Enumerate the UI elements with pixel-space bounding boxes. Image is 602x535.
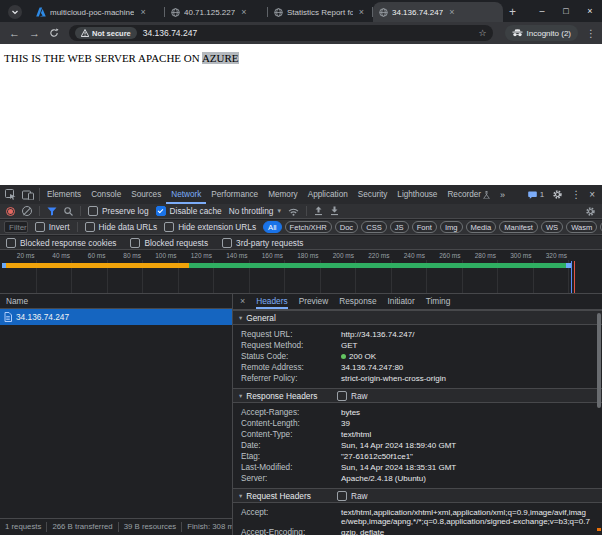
bookmark-star-icon[interactable]: ☆ bbox=[478, 28, 486, 38]
filter-funnel-icon[interactable] bbox=[47, 207, 57, 216]
browser-toolbar: ← → Not secure 34.136.74.247 ☆ Incognito… bbox=[0, 22, 602, 44]
tab-search-button[interactable] bbox=[8, 5, 22, 19]
filter-pill-doc[interactable]: Doc bbox=[335, 221, 359, 233]
3rd-party-requests-checkbox[interactable]: 3rd-party requests bbox=[222, 238, 303, 248]
browser-tab[interactable]: 34.136.74.247× bbox=[373, 2, 503, 22]
devtools-tab-lighthouse[interactable]: Lighthouse bbox=[392, 185, 442, 204]
header-key: Accept: bbox=[241, 508, 341, 526]
throttling-dropdown[interactable]: No throttling ▾ bbox=[229, 206, 281, 216]
name-column-header[interactable]: Name bbox=[0, 293, 232, 309]
filter-input[interactable]: Filter bbox=[4, 221, 28, 233]
details-tab-timing[interactable]: Timing bbox=[426, 293, 451, 309]
network-toolbar: Preserve log Disable cache No throttling… bbox=[0, 204, 602, 219]
tab-close-icon[interactable]: × bbox=[239, 7, 248, 18]
devtools-tab-network[interactable]: Network bbox=[166, 185, 206, 204]
tab-close-icon[interactable]: × bbox=[357, 7, 366, 18]
tab-close-icon[interactable]: × bbox=[447, 7, 456, 18]
reload-icon bbox=[49, 28, 59, 38]
browser-tab[interactable]: 40.71.125.227× bbox=[165, 2, 267, 22]
details-tab-preview[interactable]: Preview bbox=[299, 293, 329, 309]
section-header-request-headers[interactable]: ▾Request HeadersRaw bbox=[233, 488, 602, 503]
close-details-button[interactable]: × bbox=[240, 296, 245, 306]
devtools-menu-button[interactable]: ⋮ bbox=[571, 189, 581, 200]
inspect-element-icon[interactable] bbox=[5, 189, 16, 200]
details-tab-response[interactable]: Response bbox=[339, 293, 376, 309]
filter-pill-js[interactable]: JS bbox=[390, 221, 409, 233]
tab-close-icon[interactable]: × bbox=[138, 7, 147, 18]
header-value: text/html,application/xhtml+xml,applicat… bbox=[341, 508, 592, 526]
minimize-button[interactable]: – bbox=[530, 0, 554, 22]
close-window-button[interactable]: × bbox=[578, 0, 602, 22]
address-bar[interactable]: Not secure 34.136.74.247 ☆ bbox=[69, 25, 493, 41]
forward-button[interactable]: → bbox=[29, 28, 40, 39]
hide-data-urls-label: Hide data URLs bbox=[99, 222, 158, 232]
load-event-line bbox=[574, 261, 575, 293]
devtools-tab-sources[interactable]: Sources bbox=[126, 185, 166, 204]
back-button[interactable]: ← bbox=[9, 28, 20, 39]
more-tabs-button[interactable]: » bbox=[495, 190, 510, 200]
header-row: Content-Length:39 bbox=[233, 418, 602, 429]
details-tab-initiator[interactable]: Initiator bbox=[388, 293, 415, 309]
settings-gear-icon[interactable] bbox=[552, 189, 563, 200]
disable-cache-checkbox[interactable]: Disable cache bbox=[156, 206, 222, 216]
invert-checkbox[interactable]: Invert bbox=[35, 222, 70, 232]
issues-badge[interactable]: 1 bbox=[528, 190, 544, 199]
devtools-tab-application[interactable]: Application bbox=[303, 185, 353, 204]
reload-button[interactable] bbox=[49, 28, 59, 38]
request-row[interactable]: 34.136.74.247 bbox=[0, 309, 232, 325]
checkbox-unchecked bbox=[337, 391, 347, 401]
details-tab-headers[interactable]: Headers bbox=[256, 293, 287, 309]
export-har-icon[interactable] bbox=[330, 206, 339, 216]
device-toolbar-icon[interactable] bbox=[22, 190, 34, 200]
blocked-requests-checkbox[interactable]: Blocked requests bbox=[130, 238, 208, 248]
filter-pill-img[interactable]: Img bbox=[440, 221, 463, 233]
preserve-log-checkbox[interactable]: Preserve log bbox=[88, 206, 149, 216]
devtools-tab-recorder[interactable]: Recorder bbox=[442, 185, 495, 204]
devtools-close-button[interactable]: × bbox=[589, 189, 595, 200]
new-tab-button[interactable]: + bbox=[509, 5, 516, 19]
timeline-tick-label: 220 ms bbox=[360, 252, 390, 259]
search-icon[interactable] bbox=[64, 207, 73, 216]
checkbox-checked bbox=[156, 206, 166, 216]
browser-menu-button[interactable]: ⋮ bbox=[586, 28, 596, 39]
timeline-tick-label: 180 ms bbox=[289, 252, 319, 259]
filter-pill-all[interactable]: All bbox=[263, 221, 281, 233]
section-header-response-headers[interactable]: ▾Response HeadersRaw bbox=[233, 388, 602, 403]
devtools-tab-label: Elements bbox=[47, 190, 81, 199]
section-title: Request Headers bbox=[246, 491, 311, 501]
raw-checkbox[interactable]: Raw bbox=[337, 491, 368, 501]
devtools-tab-security[interactable]: Security bbox=[353, 185, 393, 204]
clear-network-log-button[interactable] bbox=[22, 206, 32, 216]
filter-pill-wasm[interactable]: Wasm bbox=[566, 221, 597, 233]
hide-data-urls-checkbox[interactable]: Hide data URLs bbox=[85, 222, 158, 232]
filter-pill-css[interactable]: CSS bbox=[361, 221, 387, 233]
devtools-tab-performance[interactable]: Performance bbox=[206, 185, 263, 204]
browser-tab[interactable]: multicloud-poc-machine× bbox=[30, 2, 164, 22]
blocked-response-cookies-checkbox[interactable]: Blocked response cookies bbox=[6, 238, 116, 248]
browser-tab[interactable]: Statistics Report for HAP× bbox=[268, 2, 372, 22]
devtools-tab-console[interactable]: Console bbox=[86, 185, 126, 204]
details-scrollbar[interactable] bbox=[597, 313, 601, 408]
filter-pill-font[interactable]: Font bbox=[412, 221, 437, 233]
record-network-log-button[interactable] bbox=[6, 207, 15, 216]
hide-extension-urls-checkbox[interactable]: Hide extension URLs bbox=[164, 222, 256, 232]
timeline-tick-label: 280 ms bbox=[466, 252, 496, 259]
network-overview-timeline[interactable]: 20 ms40 ms60 ms80 ms100 ms120 ms140 ms16… bbox=[0, 251, 602, 294]
devtools-tab-elements[interactable]: Elements bbox=[42, 185, 86, 204]
timeline-tick-label: 260 ms bbox=[431, 252, 461, 259]
network-conditions-icon[interactable] bbox=[288, 207, 299, 216]
filter-pill-media[interactable]: Media bbox=[466, 221, 497, 233]
import-har-icon[interactable] bbox=[314, 206, 323, 216]
filter-pill-fetchxhr[interactable]: Fetch/XHR bbox=[285, 221, 332, 233]
maximize-button[interactable]: □ bbox=[554, 0, 578, 22]
not-secure-chip[interactable]: Not secure bbox=[75, 27, 137, 39]
filter-pill-ws[interactable]: WS bbox=[541, 221, 563, 233]
section-header-general[interactable]: ▾General bbox=[233, 310, 602, 325]
raw-label: Raw bbox=[351, 491, 368, 501]
timeline-tick-label: 80 ms bbox=[111, 252, 141, 259]
devtools-tab-memory[interactable]: Memory bbox=[263, 185, 303, 204]
filter-pill-manifest[interactable]: Manifest bbox=[499, 221, 538, 233]
raw-checkbox[interactable]: Raw bbox=[337, 391, 368, 401]
devtools-tab-label: Security bbox=[358, 190, 388, 199]
network-settings-gear-icon[interactable] bbox=[585, 206, 596, 217]
